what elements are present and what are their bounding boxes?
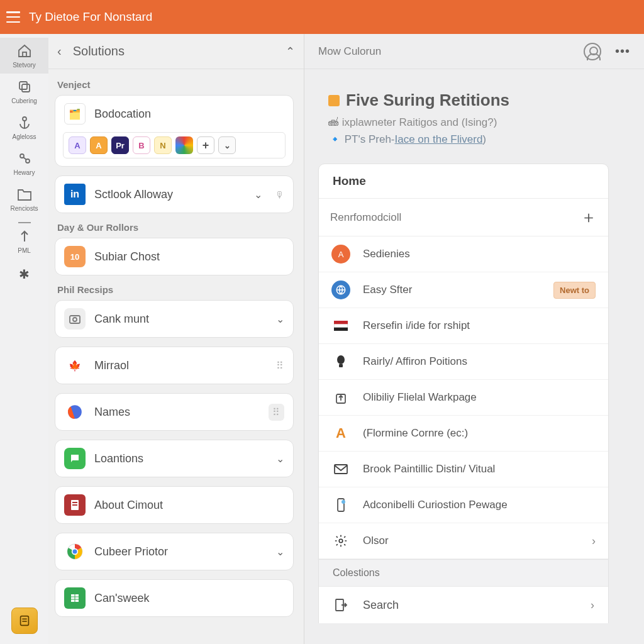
rail-item-sparkle[interactable]: ✱ — [0, 259, 48, 287]
list-item-olibility[interactable]: Olibiliy Flielal Warkpage — [319, 380, 608, 416]
folder-icon — [16, 186, 33, 203]
hero: Five Suring Retitions 📾 ixplawneter Rait… — [304, 69, 644, 156]
card-cubeer[interactable]: Cubeer Priotor ⌄ — [55, 533, 294, 570]
rail-bottom-button[interactable] — [11, 608, 38, 634]
svg-rect-9 — [70, 316, 80, 323]
detail-header: Mow Culorun ••• — [304, 34, 644, 69]
svg-point-26 — [337, 355, 345, 364]
chevron-down-icon: ⌄ — [276, 546, 284, 558]
chip-a1[interactable]: A — [69, 136, 86, 154]
rail-item-renciosts[interactable]: Renciosts — [0, 181, 48, 217]
svg-rect-13 — [72, 502, 77, 503]
card-loantions[interactable]: Loantions ⌄ — [55, 440, 294, 477]
phone-icon — [331, 496, 350, 514]
card-sctlook[interactable]: in Sctlook Alloway ⌄ 🎙︎ — [55, 175, 294, 213]
linkedin-icon: in — [64, 184, 86, 205]
chevron-down-icon: ⌄ — [254, 189, 262, 201]
collapse-button[interactable]: ⌃ — [286, 45, 295, 58]
section-day: Day & Our Rollors — [57, 222, 294, 233]
list-item-resefin[interactable]: Rersefin i/ide for rshipt — [319, 308, 608, 344]
svg-rect-25 — [334, 328, 348, 331]
svg-rect-0 — [23, 52, 26, 57]
gear-icon — [331, 531, 350, 550]
caret-a-icon: A — [331, 424, 350, 443]
hero-badge-icon — [328, 95, 340, 106]
chip-pr[interactable]: Pr — [111, 136, 129, 154]
panel-search-input[interactable] — [330, 211, 580, 224]
mail-icon — [331, 460, 350, 479]
camera-icon — [64, 308, 86, 330]
solutions-header: ‹ Solutions ⌃ — [48, 34, 304, 69]
flag-icon — [331, 316, 350, 335]
collections-head: Colestions — [319, 560, 608, 586]
chip-add[interactable]: + — [197, 136, 214, 154]
list-item-brook[interactable]: Brook Paintillic Distin/ Vitual — [319, 452, 608, 487]
app-badge-icon — [11, 608, 38, 634]
svg-rect-24 — [334, 321, 348, 324]
firefox-icon — [64, 401, 86, 423]
rail-item-cubering[interactable]: Cubering — [0, 74, 48, 109]
svg-point-3 — [23, 117, 26, 121]
card-cansweek[interactable]: Can'sweek — [55, 579, 294, 617]
bulb-icon — [331, 352, 350, 371]
chevron-down-icon: ⌄ — [276, 453, 284, 465]
mic-icon[interactable]: 🎙︎ — [275, 189, 284, 200]
card-bodocation[interactable]: 🗂️ Bodocation A A Pr B N + ⌄ — [55, 95, 294, 167]
chip-row: A A Pr B N + ⌄ — [63, 132, 286, 158]
rail-item-stetvory[interactable]: Stetvory — [0, 38, 48, 74]
chip-more[interactable]: ⌄ — [218, 136, 236, 154]
chevron-right-icon: › — [591, 599, 594, 612]
chip-n[interactable]: N — [154, 136, 172, 154]
list-item-sedienies[interactable]: A Sedienies — [319, 236, 608, 272]
drag-handle-icon[interactable]: ⠿ — [276, 360, 284, 372]
svg-rect-27 — [339, 364, 343, 367]
card-cank[interactable]: Cank munt ⌄ — [55, 300, 294, 338]
more-icon[interactable]: ••• — [615, 44, 630, 58]
hero-link-row: 🔹 PT's Preh-Iace on the Fliverd) — [328, 133, 625, 146]
list-item-olsor[interactable]: Olsor › — [319, 523, 608, 559]
message-icon — [64, 448, 86, 469]
list-item-search[interactable]: Search › — [319, 586, 608, 623]
drag-handle-icon[interactable]: ⠿ — [269, 404, 284, 421]
profile-icon[interactable] — [584, 43, 601, 60]
rail-item-agleloos[interactable]: Agleloss — [0, 109, 48, 145]
rail-divider — [0, 217, 48, 223]
rail-item-pml[interactable]: PML — [0, 223, 48, 259]
doc-icon — [64, 494, 86, 516]
svg-rect-1 — [19, 82, 27, 89]
list-item-easy-sfter[interactable]: Easy Sfter Newt to — [319, 272, 608, 308]
chip-color-icon[interactable] — [175, 136, 193, 154]
svg-point-10 — [73, 318, 77, 321]
card-subiar[interactable]: 10 Subiar Chost — [55, 238, 294, 275]
card-names[interactable]: Names ⠿ — [55, 393, 294, 431]
new-badge: Newt to — [553, 282, 596, 299]
section-phil: Phil Recsips — [57, 284, 294, 295]
card-mirraol[interactable]: 🍁 Mirraol ⠿ — [55, 347, 294, 384]
chip-b[interactable]: B — [133, 136, 150, 154]
menu-icon[interactable] — [6, 11, 20, 23]
list-item-flormine[interactable]: A (Flormine Cornre (ec:) — [319, 416, 608, 452]
badge-10: 10 — [64, 246, 86, 267]
detail-header-title: Mow Culorun — [318, 45, 584, 58]
back-button[interactable]: ‹ — [57, 44, 62, 58]
chevron-down-icon: ⌄ — [276, 313, 284, 325]
home-panel: Home ＋ A Sedienies Easy Sfter Newt to Re… — [318, 164, 609, 560]
hero-link[interactable]: Iace on the Fliverd — [395, 133, 483, 145]
sparkle-icon: ✱ — [19, 267, 30, 282]
add-button[interactable]: ＋ — [580, 206, 597, 228]
avatar-icon: A — [331, 245, 350, 264]
rail-item-hewary[interactable]: Hewary — [0, 145, 48, 181]
svg-point-31 — [341, 500, 345, 504]
activity-icon — [16, 150, 33, 167]
list-item-adconibelli[interactable]: Adconibelli Curiostion Pewage — [319, 487, 608, 523]
svg-rect-2 — [22, 84, 30, 92]
hero-title: Five Suring Retitions — [328, 91, 625, 110]
chip-a2[interactable]: A — [90, 136, 108, 154]
anchor-icon — [16, 114, 33, 131]
maple-icon: 🍁 — [64, 355, 86, 376]
home-icon — [16, 43, 33, 59]
card-about[interactable]: About Cimout — [55, 486, 294, 524]
exit-icon — [333, 597, 349, 613]
list-item-rairly[interactable]: Rairly/ Affiron Poitions — [319, 344, 608, 380]
solutions-title: Solutions — [73, 44, 286, 58]
